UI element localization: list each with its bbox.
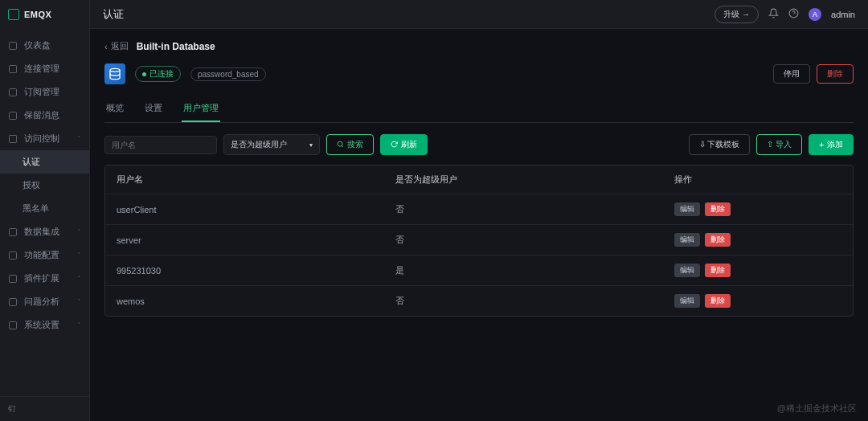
row-delete-button[interactable]: 删除 bbox=[705, 264, 731, 277]
table-row: server否编辑删除 bbox=[105, 225, 853, 255]
download-template-button[interactable]: ⇩ 下载模板 bbox=[689, 134, 751, 155]
logo-icon bbox=[8, 9, 19, 20]
sidebar-item[interactable]: 数据集成˅ bbox=[0, 220, 89, 243]
config-icon bbox=[8, 251, 18, 260]
import-button[interactable]: ⇧ 导入 bbox=[756, 134, 802, 155]
nav-label: 保留消息 bbox=[24, 109, 59, 121]
status-dot-icon bbox=[142, 72, 146, 76]
connections-icon bbox=[8, 64, 18, 74]
sidebar-item[interactable]: 问题分析˅ bbox=[0, 290, 89, 313]
main: 认证 升级 → A admin ‹ 返回 Built-in Database bbox=[90, 0, 868, 421]
edit-button[interactable]: 编辑 bbox=[674, 264, 700, 277]
dashboard-icon bbox=[8, 41, 18, 51]
users-table: 用户名 是否为超级用户 操作 userClient否编辑删除server否编辑删… bbox=[104, 165, 854, 317]
search-input[interactable] bbox=[104, 136, 217, 154]
row-delete-button[interactable]: 删除 bbox=[705, 233, 731, 247]
cell-actions: 编辑删除 bbox=[674, 294, 841, 308]
plugins-icon bbox=[8, 274, 18, 284]
row-delete-button[interactable]: 删除 bbox=[705, 202, 731, 216]
breadcrumb-title: Built-in Database bbox=[137, 41, 215, 52]
nav-label: 授权 bbox=[23, 179, 40, 191]
chevron-down-icon: ˅ bbox=[77, 321, 81, 329]
chevron-down-icon: ˅ bbox=[77, 275, 81, 283]
tab[interactable]: 设置 bbox=[143, 96, 164, 122]
sidebar-item[interactable]: 功能配置˅ bbox=[0, 243, 89, 267]
nav-label: 数据集成 bbox=[24, 226, 59, 238]
nav-label: 插件扩展 bbox=[24, 272, 59, 284]
refresh-button[interactable]: 刷新 bbox=[380, 134, 428, 155]
search-button[interactable]: 搜索 bbox=[326, 134, 374, 155]
breadcrumb: ‹ 返回 Built-in Database bbox=[104, 40, 854, 52]
avatar[interactable]: A bbox=[809, 8, 821, 21]
topbar: 认证 升级 → A admin bbox=[90, 0, 868, 29]
integration-icon bbox=[8, 227, 18, 237]
page-title: 认证 bbox=[103, 7, 124, 22]
bell-icon[interactable] bbox=[768, 8, 779, 21]
cell-superuser: 否 bbox=[395, 234, 674, 246]
cell-username: userClient bbox=[117, 205, 395, 215]
cell-superuser: 是 bbox=[395, 264, 674, 276]
settings-icon bbox=[8, 321, 18, 330]
table-header: 用户名 是否为超级用户 操作 bbox=[105, 166, 853, 194]
svg-point-13 bbox=[338, 141, 342, 146]
toolbar: 是否为超级用户 ▾ 搜索 刷新 ⇩ bbox=[104, 134, 854, 155]
sidebar-item[interactable]: 授权 bbox=[0, 174, 89, 197]
svg-rect-2 bbox=[10, 88, 17, 96]
svg-rect-4 bbox=[10, 135, 17, 142]
cell-username: wemos bbox=[117, 296, 395, 306]
svg-point-12 bbox=[110, 68, 120, 72]
svg-rect-8 bbox=[10, 298, 17, 305]
cell-superuser: 否 bbox=[395, 203, 674, 215]
disable-button[interactable]: 停用 bbox=[773, 64, 810, 84]
sidebar-footer[interactable]: 钉 bbox=[0, 396, 89, 421]
superuser-filter[interactable]: 是否为超级用户 ▾ bbox=[223, 134, 320, 155]
nav: 仪表盘连接管理订阅管理保留消息访问控制˄认证授权黑名单数据集成˅功能配置˅插件扩… bbox=[0, 29, 89, 396]
search-icon bbox=[337, 141, 344, 149]
back-link[interactable]: ‹ 返回 bbox=[104, 40, 129, 52]
sidebar-item[interactable]: 系统设置˅ bbox=[0, 313, 89, 337]
edit-button[interactable]: 编辑 bbox=[674, 294, 700, 308]
help-icon[interactable] bbox=[788, 8, 799, 21]
upgrade-button[interactable]: 升级 → bbox=[714, 6, 759, 23]
download-btn-label: 下载模板 bbox=[707, 140, 739, 149]
tab[interactable]: 概览 bbox=[104, 96, 125, 122]
sidebar-item[interactable]: 仪表盘 bbox=[0, 34, 89, 57]
sidebar-item[interactable]: 访问控制˄ bbox=[0, 127, 89, 150]
chevron-down-icon: ˅ bbox=[77, 251, 81, 260]
cell-actions: 编辑删除 bbox=[674, 264, 841, 277]
tab[interactable]: 用户管理 bbox=[182, 96, 220, 122]
edit-button[interactable]: 编辑 bbox=[674, 233, 700, 247]
search-btn-label: 搜索 bbox=[347, 139, 363, 150]
cell-superuser: 否 bbox=[395, 295, 674, 307]
filter-label: 是否为超级用户 bbox=[231, 139, 287, 150]
add-button[interactable]: + 添加 bbox=[809, 134, 854, 155]
delete-button[interactable]: 删除 bbox=[817, 64, 854, 84]
svg-line-14 bbox=[342, 145, 343, 147]
access-icon bbox=[8, 134, 18, 144]
edit-button[interactable]: 编辑 bbox=[674, 202, 700, 216]
col-actions: 操作 bbox=[674, 174, 841, 186]
content: ‹ 返回 Built-in Database 已连接 password_base… bbox=[90, 29, 868, 421]
sidebar-item[interactable]: 保留消息 bbox=[0, 104, 89, 127]
refresh-icon bbox=[391, 141, 398, 149]
add-btn-label: 添加 bbox=[827, 139, 843, 150]
sidebar-item[interactable]: 认证 bbox=[0, 150, 89, 174]
sidebar-item[interactable]: 订阅管理 bbox=[0, 80, 89, 104]
plus-icon: + bbox=[819, 141, 824, 149]
sidebar-item[interactable]: 插件扩展˅ bbox=[0, 267, 89, 290]
mechanism-chip: password_based bbox=[190, 67, 266, 81]
chevron-down-icon: ˅ bbox=[77, 298, 81, 306]
subscriptions-icon bbox=[8, 88, 18, 97]
cell-actions: 编辑删除 bbox=[674, 233, 841, 247]
nav-label: 订阅管理 bbox=[24, 86, 59, 98]
sidebar-item[interactable]: 连接管理 bbox=[0, 57, 89, 80]
row-delete-button[interactable]: 删除 bbox=[705, 294, 731, 308]
sidebar-item[interactable]: 黑名单 bbox=[0, 197, 89, 220]
table-row: userClient否编辑删除 bbox=[105, 194, 853, 225]
cell-username: 995231030 bbox=[117, 266, 395, 276]
nav-label: 问题分析 bbox=[24, 296, 59, 308]
username: admin bbox=[831, 10, 855, 19]
refresh-btn-label: 刷新 bbox=[401, 139, 417, 150]
logo: EMQX bbox=[0, 0, 89, 29]
nav-label: 认证 bbox=[23, 156, 40, 168]
